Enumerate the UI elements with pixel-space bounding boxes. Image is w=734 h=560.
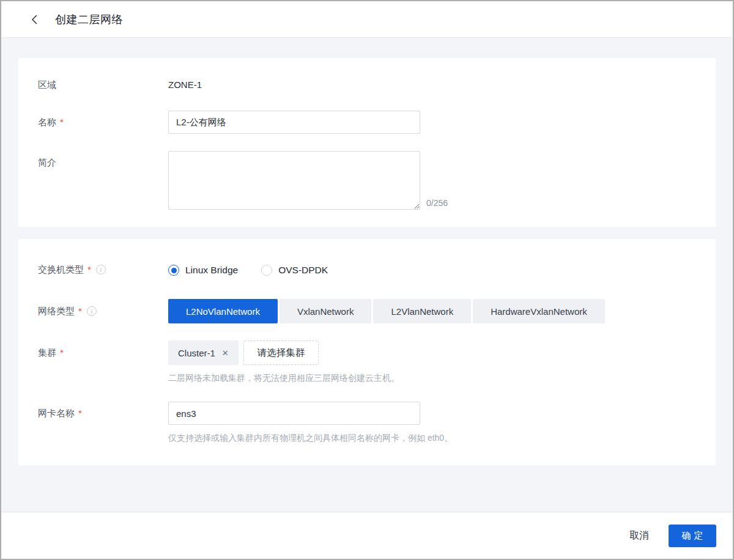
- page-title: 创建二层网络: [55, 12, 123, 27]
- create-l2-network-dialog: 创建二层网络 区域 ZONE-1 名称 * 简介: [0, 0, 734, 560]
- char-counter: 0/256: [426, 197, 448, 210]
- switch-type-row: 交换机类型 * i Linux Bridge OVS-DPDK: [38, 263, 696, 277]
- name-label: 名称 *: [38, 111, 168, 128]
- cluster-tag: Cluster-1 ✕: [168, 341, 239, 365]
- name-row: 名称 *: [38, 111, 696, 134]
- nic-name-control: 仅支持选择或输入集群内所有物理机之间具体相同名称的网卡，例如 eth0。: [168, 402, 453, 443]
- zone-row: 区域 ZONE-1: [38, 79, 696, 91]
- cluster-label: 集群 *: [38, 341, 168, 359]
- cancel-button[interactable]: 取消: [629, 529, 649, 542]
- nic-name-label: 网卡名称 *: [38, 402, 168, 419]
- segment-l2novlannetwork[interactable]: L2NoVlanNetwork: [168, 299, 278, 323]
- zone-label: 区域: [38, 79, 168, 91]
- cluster-control: Cluster-1 ✕ 请选择集群 二层网络未加载集群，将无法使用相应三层网络创…: [168, 341, 399, 383]
- info-icon[interactable]: i: [96, 265, 106, 274]
- segment-vxlannetwork[interactable]: VxlanNetwork: [280, 299, 372, 323]
- description-control: 0/256: [168, 151, 448, 210]
- basic-info-card: 区域 ZONE-1 名称 * 简介 0/256: [18, 58, 716, 227]
- network-type-row: 网络类型 * i L2NoVlanNetwork VxlanNetwork L2…: [38, 299, 696, 323]
- select-cluster-button[interactable]: 请选择集群: [243, 341, 319, 365]
- required-mark: *: [60, 116, 64, 128]
- required-mark: *: [78, 407, 82, 419]
- network-settings-card: 交换机类型 * i Linux Bridge OVS-DPDK: [18, 239, 716, 465]
- dialog-footer: 取消 确定: [1, 512, 733, 559]
- segment-hardwarevxlannetwork[interactable]: HardwareVxlanNetwork: [473, 299, 605, 323]
- dialog-body: 区域 ZONE-1 名称 * 简介 0/256: [1, 38, 733, 512]
- nic-name-input[interactable]: [168, 402, 420, 425]
- radio-ovs-dpdk[interactable]: OVS-DPDK: [261, 265, 328, 276]
- switch-type-label: 交换机类型 * i: [38, 263, 168, 276]
- radio-linux-bridge[interactable]: Linux Bridge: [168, 265, 238, 276]
- segment-l2vlannetwork[interactable]: L2VlanNetwork: [373, 299, 471, 323]
- info-icon[interactable]: i: [87, 306, 97, 316]
- description-row: 简介 0/256: [38, 151, 696, 210]
- cluster-help-text: 二层网络未加载集群，将无法使用相应三层网络创建云主机。: [168, 372, 399, 383]
- required-mark: *: [60, 347, 64, 359]
- close-icon[interactable]: ✕: [222, 349, 229, 357]
- confirm-button[interactable]: 确定: [669, 525, 716, 547]
- network-type-label: 网络类型 * i: [38, 299, 168, 317]
- required-mark: *: [87, 263, 91, 276]
- radio-circle-icon: [168, 265, 179, 276]
- required-mark: *: [78, 305, 82, 317]
- radio-circle-icon: [261, 265, 272, 276]
- back-button[interactable]: [27, 12, 42, 27]
- zone-value: ZONE-1: [168, 79, 202, 91]
- name-input[interactable]: [168, 111, 420, 134]
- cluster-selection: Cluster-1 ✕ 请选择集群: [168, 341, 399, 365]
- description-label: 简介: [38, 151, 168, 169]
- cluster-row: 集群 * Cluster-1 ✕ 请选择集群 二层网络未加载集群，将无法使用相应…: [38, 341, 696, 383]
- dialog-header: 创建二层网络: [1, 1, 733, 38]
- description-textarea[interactable]: [168, 151, 420, 210]
- back-icon: [31, 15, 37, 24]
- nic-name-row: 网卡名称 * 仅支持选择或输入集群内所有物理机之间具体相同名称的网卡，例如 et…: [38, 402, 696, 443]
- switch-type-options: Linux Bridge OVS-DPDK: [168, 263, 351, 277]
- nic-help-text: 仅支持选择或输入集群内所有物理机之间具体相同名称的网卡，例如 eth0。: [168, 432, 453, 443]
- network-type-options: L2NoVlanNetwork VxlanNetwork L2VlanNetwo…: [168, 299, 605, 323]
